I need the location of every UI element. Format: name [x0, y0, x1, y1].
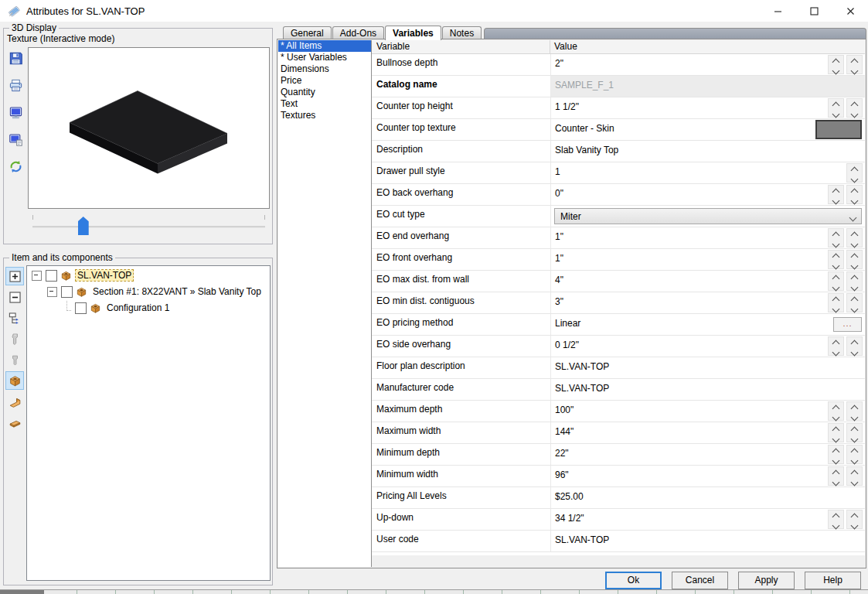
- value-field[interactable]: 96": [555, 469, 569, 480]
- stepper[interactable]: [846, 250, 863, 269]
- stepper[interactable]: [828, 401, 844, 421]
- value-field[interactable]: 1": [555, 231, 563, 242]
- variable-name: EO max dist. from wall: [376, 274, 469, 285]
- display-button[interactable]: [6, 103, 25, 121]
- stepper[interactable]: [846, 98, 863, 118]
- category-item[interactable]: Quantity: [278, 87, 371, 98]
- slider-track[interactable]: [32, 226, 265, 228]
- maximize-button[interactable]: [796, 0, 832, 22]
- value-field[interactable]: SL.VAN-TOP: [555, 534, 609, 545]
- stepper[interactable]: [828, 228, 844, 248]
- browse-ellipsis-button[interactable]: ...: [833, 317, 862, 332]
- value-field[interactable]: Slab Vanity Top: [555, 145, 618, 155]
- value-field[interactable]: 1": [555, 253, 563, 264]
- collapse-all-button[interactable]: [5, 288, 24, 306]
- stepper[interactable]: [846, 271, 863, 291]
- stepper[interactable]: [828, 55, 844, 74]
- stepper[interactable]: [828, 336, 844, 356]
- stepper[interactable]: [846, 336, 863, 356]
- table-row: EO back overhang0": [372, 184, 865, 206]
- stepper[interactable]: [846, 401, 863, 421]
- tree-checkbox[interactable]: [46, 270, 57, 282]
- tab-add-ons[interactable]: Add-Ons: [332, 26, 384, 39]
- cancel-button[interactable]: Cancel: [672, 572, 728, 589]
- tree-node[interactable]: SL.VAN-TOP: [27, 268, 270, 282]
- stepper[interactable]: [828, 185, 844, 204]
- value-field[interactable]: 2": [555, 58, 563, 69]
- stepper[interactable]: [828, 466, 844, 486]
- slider-thumb[interactable]: [78, 217, 89, 235]
- refresh-button[interactable]: [6, 157, 25, 176]
- collapse-toggle-icon[interactable]: [47, 287, 57, 297]
- hierarchy-button[interactable]: [5, 309, 24, 327]
- category-item[interactable]: Dimensions: [278, 63, 371, 75]
- value-field[interactable]: 0": [555, 188, 563, 199]
- texture-slider[interactable]: [28, 213, 270, 241]
- value-field[interactable]: 1 1/2": [555, 101, 579, 112]
- stepper[interactable]: [828, 271, 844, 291]
- stepper[interactable]: [846, 423, 863, 442]
- expand-all-button[interactable]: [5, 267, 24, 285]
- category-item[interactable]: * User Variables: [278, 52, 371, 63]
- tree-checkbox[interactable]: [75, 302, 87, 314]
- value-field[interactable]: SL.VAN-TOP: [555, 361, 609, 372]
- value-field[interactable]: 4": [555, 275, 563, 285]
- value-field[interactable]: Counter - Skin: [555, 123, 614, 134]
- save-button[interactable]: [6, 49, 25, 67]
- texture-swatch[interactable]: [815, 120, 862, 139]
- stepper[interactable]: [846, 228, 863, 248]
- category-item[interactable]: Price: [278, 75, 371, 87]
- tab-notes[interactable]: Notes: [442, 26, 482, 39]
- print-button[interactable]: [6, 76, 25, 94]
- tree-node[interactable]: Section #1: 8X22VANT » Slab Vanity Top: [27, 285, 270, 299]
- tab-variables[interactable]: Variables: [385, 26, 441, 40]
- cube-button[interactable]: [5, 371, 24, 390]
- tab-general[interactable]: General: [283, 26, 332, 39]
- background-app-strip: [0, 590, 868, 594]
- value-field[interactable]: 34 1/2": [555, 513, 584, 524]
- bent-panel-button[interactable]: [5, 392, 24, 411]
- stepper[interactable]: [846, 55, 863, 74]
- minimize-button[interactable]: [760, 0, 795, 22]
- close-button[interactable]: [832, 0, 868, 22]
- tree-node-label[interactable]: SL.VAN-TOP: [76, 270, 133, 281]
- collapse-toggle-icon[interactable]: [32, 271, 42, 281]
- stepper[interactable]: [846, 466, 863, 486]
- value-field[interactable]: 1: [555, 166, 560, 177]
- value-field[interactable]: Linear: [555, 318, 580, 329]
- stepper[interactable]: [828, 445, 844, 464]
- stepper[interactable]: [828, 98, 844, 118]
- tree-node[interactable]: Configuration 1: [27, 301, 270, 315]
- tree-node-label[interactable]: Configuration 1: [105, 302, 171, 313]
- display-capture-button[interactable]: [6, 130, 25, 148]
- category-item[interactable]: Textures: [278, 110, 371, 121]
- stepper[interactable]: [828, 423, 844, 442]
- stepper[interactable]: [846, 163, 863, 183]
- flat-panel-button[interactable]: [5, 413, 24, 432]
- slider-tick-right: [264, 215, 265, 220]
- help-button[interactable]: Help: [805, 572, 861, 589]
- table-row: EO side overhang0 1/2": [372, 336, 865, 357]
- category-item[interactable]: * All Items: [278, 40, 371, 52]
- stepper[interactable]: [846, 510, 863, 529]
- stepper[interactable]: [846, 445, 863, 464]
- value-field[interactable]: 100": [555, 405, 574, 415]
- category-item[interactable]: Text: [278, 98, 371, 110]
- tree-checkbox[interactable]: [61, 286, 73, 298]
- value-field[interactable]: $25.00: [555, 491, 584, 502]
- apply-button[interactable]: Apply: [738, 572, 795, 589]
- value-dropdown[interactable]: Miter: [554, 208, 862, 224]
- ok-button[interactable]: Ok: [605, 572, 662, 589]
- value-field[interactable]: 22": [555, 448, 569, 459]
- value-field[interactable]: 0 1/2": [555, 340, 579, 350]
- value-field[interactable]: 3": [555, 296, 563, 307]
- stepper[interactable]: [846, 293, 863, 312]
- 3d-viewport[interactable]: [28, 47, 270, 209]
- stepper[interactable]: [828, 250, 844, 269]
- stepper[interactable]: [846, 185, 863, 204]
- stepper[interactable]: [828, 293, 844, 312]
- tree-node-label[interactable]: Section #1: 8X22VANT » Slab Vanity Top: [91, 286, 263, 297]
- value-field[interactable]: 144": [555, 426, 574, 437]
- stepper[interactable]: [828, 510, 844, 529]
- value-field[interactable]: SL.VAN-TOP: [555, 383, 609, 394]
